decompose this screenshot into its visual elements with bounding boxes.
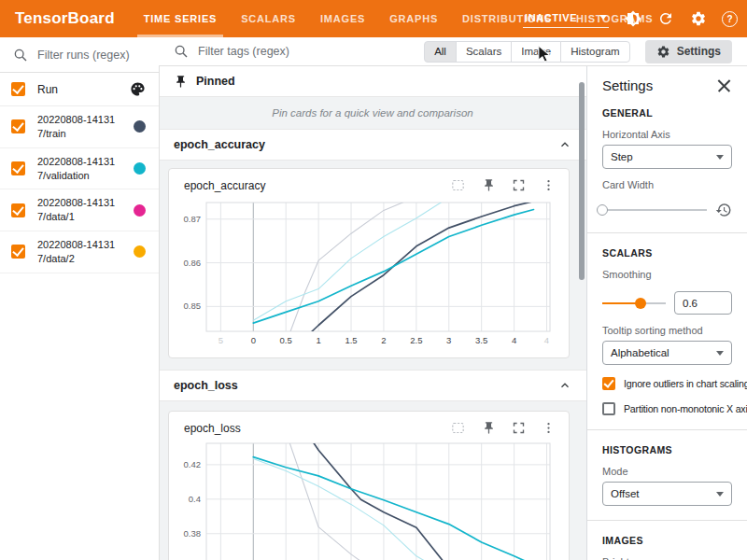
histogram-mode-value: Offset [611,488,639,499]
partition-x-checkbox[interactable] [602,402,615,415]
more-options-icon[interactable] [542,178,556,192]
svg-text:4: 4 [544,335,549,345]
gear-icon [656,45,670,59]
run-checkbox[interactable] [11,119,25,133]
gear-icon[interactable] [689,10,707,28]
scalar-card-epoch-accuracy: epoch_accuracy 0.850.860.8700.511.522.53… [168,168,570,358]
tab-graphs[interactable]: GRAPHS [377,0,450,37]
chevron-up-icon[interactable] [558,379,571,392]
svg-text:3: 3 [446,335,451,345]
pin-icon[interactable] [482,178,496,192]
fullscreen-icon[interactable] [512,178,526,192]
pin-icon[interactable] [482,421,496,435]
ignore-outliers-row[interactable]: Ignore outliers in chart scaling [602,377,732,390]
scalars-heading: SCALARS [602,247,732,259]
smoothing-value-input[interactable]: 0.6 [674,291,732,315]
smoothing-label: Smoothing [602,269,732,280]
pinned-title: Pinned [196,75,235,88]
filter-all-button[interactable]: All [424,41,457,63]
reload-mode-select[interactable]: INACTIVE [523,10,609,28]
filter-tags-input[interactable]: Filter tags (regex) [174,44,424,59]
run-color-dot [134,162,146,175]
svg-text:1.5: 1.5 [345,335,357,345]
pin-icon [174,75,188,89]
svg-text:2.5: 2.5 [410,335,422,345]
chevron-down-icon [716,492,724,497]
filter-histogram-button[interactable]: Histogram [560,41,629,63]
run-checkbox[interactable] [11,203,25,217]
horizontal-axis-select[interactable]: Step [602,145,732,169]
run-row-validation[interactable]: 20220808-141317/validation [0,148,159,190]
histogram-mode-select[interactable]: Offset [602,482,732,506]
run-row-data-1[interactable]: 20220808-141317/data/1 [0,189,159,231]
card-width-slider[interactable] [602,209,707,211]
tooltip-sorting-select[interactable]: Alphabetical [602,341,732,365]
app-header: TensorBoard TIME SERIES SCALARS IMAGES G… [0,0,747,37]
fit-to-data-icon[interactable] [450,420,466,436]
run-checkbox[interactable] [11,161,25,175]
pinned-section-header[interactable]: Pinned [159,66,586,97]
filter-scalars-button[interactable]: Scalars [456,41,512,63]
select-all-runs-checkbox[interactable] [11,82,25,96]
tab-images[interactable]: IMAGES [308,0,377,37]
card-title: epoch_loss [184,422,450,435]
section-epoch-accuracy[interactable]: epoch_accuracy [159,129,586,161]
chevron-up-icon[interactable] [558,138,571,151]
filter-runs-input[interactable]: Filter runs (regex) [0,37,159,73]
svg-text:2: 2 [381,335,386,345]
section-epoch-loss[interactable]: epoch_loss [159,370,586,401]
settings-panel: Settings GENERAL Horizontal Axis Step Ca… [586,66,747,560]
settings-button-label: Settings [677,45,721,58]
settings-panel-title: Settings [602,77,653,93]
svg-text:0.38: 0.38 [184,528,202,539]
more-options-icon[interactable] [542,421,556,435]
chevron-down-icon [599,15,607,20]
cards-area: Pinned Pin cards for a quick view and co… [159,66,586,560]
brightness-label: Brightness [602,556,732,560]
search-icon [174,44,189,59]
line-chart-epoch-loss[interactable]: 0.360.380.40.42 [171,440,565,560]
partition-x-label: Partition non-monotonic X axis [624,403,747,414]
run-color-dot [134,245,146,258]
settings-button[interactable]: Settings [645,40,732,63]
run-row-train[interactable]: 20220808-141317/train [0,106,159,148]
reload-mode-value: INACTIVE [525,12,577,23]
runs-sidebar: Filter runs (regex) Run 20220808-141317/… [0,37,160,560]
svg-text:0.87: 0.87 [184,214,202,224]
tab-scalars[interactable]: SCALARS [229,0,308,37]
palette-icon[interactable] [130,81,146,97]
smoothing-slider[interactable] [602,302,666,304]
run-checkbox[interactable] [11,245,25,259]
svg-text:0.85: 0.85 [184,301,202,311]
help-icon[interactable]: ? [722,11,738,27]
horizontal-axis-label: Horizontal Axis [602,129,732,140]
tag-filter-bar: Filter tags (regex) All Scalars Image Hi… [159,37,747,66]
brightness-icon[interactable] [624,10,641,28]
filter-image-button[interactable]: Image [511,41,561,63]
tab-time-series[interactable]: TIME SERIES [132,0,229,37]
run-label: 20220808-141317/validation [37,155,123,183]
section-title: epoch_loss [174,379,238,392]
fit-to-data-icon[interactable] [450,177,466,193]
app-title: TensorBoard [0,9,132,28]
chevron-down-icon [716,351,724,356]
tooltip-sorting-value: Alphabetical [611,347,669,358]
reset-icon[interactable] [715,202,732,218]
horizontal-axis-value: Step [611,151,633,162]
scalar-card-epoch-loss: epoch_loss 0.360.380.40.42 [168,411,570,560]
main-scrollbar[interactable] [579,82,585,280]
fullscreen-icon[interactable] [512,421,526,435]
ignore-outliers-label: Ignore outliers in chart scaling [624,378,747,389]
refresh-icon[interactable] [656,10,674,28]
ignore-outliers-checkbox[interactable] [602,377,615,390]
search-icon [13,48,28,63]
content-type-filter: All Scalars Image Histogram [424,41,630,63]
line-chart-epoch-accuracy[interactable]: 0.850.860.8700.511.522.533.5454 [171,197,565,354]
run-row-data-2[interactable]: 20220808-141317/data/2 [0,231,159,273]
svg-text:0.42: 0.42 [184,459,202,469]
partition-x-row[interactable]: Partition non-monotonic X axis ? [602,402,732,415]
close-icon[interactable] [717,78,732,93]
filter-runs-placeholder: Filter runs (regex) [37,49,130,62]
pinned-empty-hint: Pin cards for a quick view and compariso… [159,97,586,129]
card-title: epoch_accuracy [184,179,450,192]
